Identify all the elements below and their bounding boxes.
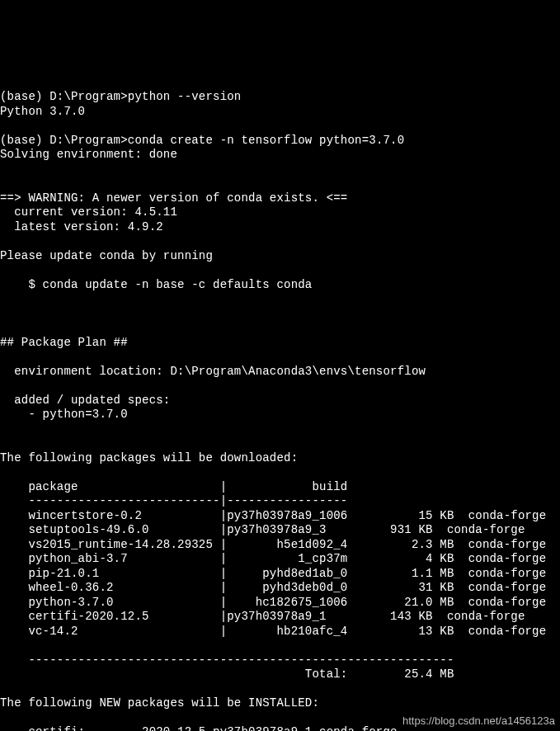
blank [0,163,7,176]
package-plan-header: ## Package Plan ## [0,336,128,349]
blank [0,379,7,392]
new-packages-header: The following NEW packages will be INSTA… [0,696,319,710]
download-package-row: wincertstore-0.2 |py37h03978a9_1006 15 K… [0,509,546,522]
added-spec: - python=3.7.0 [0,408,128,421]
terminal-output[interactable]: (base) D:\Program>python --version Pytho… [0,73,560,732]
blank [0,321,7,334]
warning-header: ==> WARNING: A newer version of conda ex… [0,191,347,205]
total-line: Total: 25.4 MB [0,667,454,681]
download-package-rows: wincertstore-0.2 |py37h03978a9_1006 15 K… [0,509,560,639]
blank [0,711,7,724]
update-command: $ conda update -n base -c defaults conda [0,278,312,291]
solving-env: Solving environment: done [0,148,177,161]
download-package-row: wheel-0.36.2 | pyhd3deb0d_0 31 KB conda-… [0,581,546,594]
blank [0,234,7,248]
table-rule: ---------------------------|------------… [0,494,347,507]
python-version: Python 3.7.0 [0,105,85,118]
blank [0,350,7,363]
command-text: conda create -n tensorflow python=3.7.0 [128,134,404,147]
download-header: The following packages will be downloade… [0,451,298,465]
warning-current-version: current version: 4.5.11 [0,205,177,219]
blank [0,292,7,305]
download-package-row: vc-14.2 | hb210afc_4 13 KB conda-forge [0,625,546,638]
blank [0,422,7,436]
table-header: package | build [0,480,347,493]
warning-latest-version: latest version: 4.9.2 [0,220,163,233]
shell-prompt: (base) D:\Program> [0,134,128,147]
blank [0,119,7,132]
please-update: Please update conda by running [0,249,213,262]
blank [0,177,7,190]
env-location: environment location: D:\Program\Anacond… [0,365,426,378]
added-specs-header: added / updated specs: [0,394,170,407]
new-package-row: certifi: 2020.12.5-py37h03978a9_1 conda-… [0,725,398,731]
blank [0,307,7,320]
download-package-row: vs2015_runtime-14.28.29325 | h5e1d092_4 … [0,538,546,551]
blank [0,436,7,450]
shell-prompt: (base) D:\Program> [0,90,128,103]
blank [0,263,7,276]
watermark-url: https://blog.csdn.net/a1456123a [402,714,555,728]
table-end-rule: ----------------------------------------… [0,653,454,667]
download-package-row: certifi-2020.12.5 |py37h03978a9_1 143 KB… [0,610,525,623]
download-package-row: pip-21.0.1 | pyhd8ed1ab_0 1.1 MB conda-f… [0,567,546,580]
download-package-row: setuptools-49.6.0 |py37h03978a9_3 931 KB… [0,523,525,536]
download-package-row: python_abi-3.7 | 1_cp37m 4 KB conda-forg… [0,552,546,565]
download-package-row: python-3.7.0 | hc182675_1006 21.0 MB con… [0,596,546,609]
command-text: python --version [128,90,242,103]
blank [0,465,7,479]
blank [0,682,7,696]
